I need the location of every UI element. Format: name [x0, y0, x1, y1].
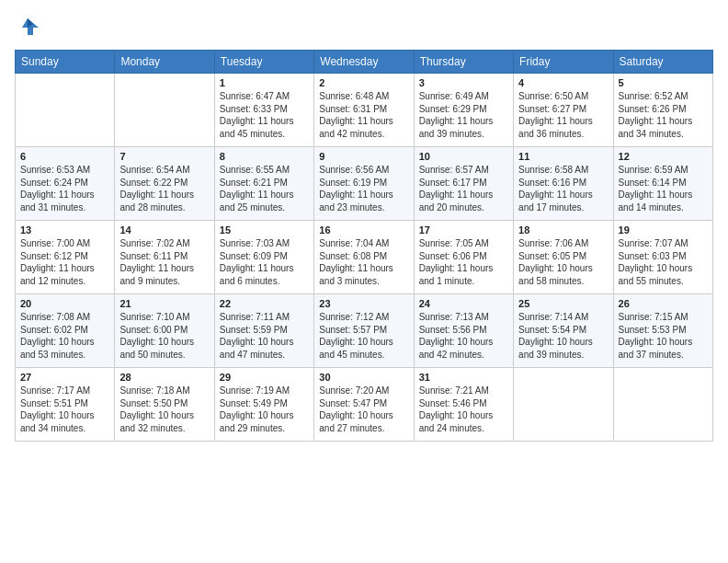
- cell-day-number: 19: [619, 224, 708, 236]
- cell-sun-info: Sunrise: 7:14 AMSunset: 5:54 PMDaylight:…: [518, 311, 608, 361]
- day-of-week-header: Sunday: [16, 51, 115, 74]
- cell-day-number: 21: [119, 298, 209, 309]
- cell-day-number: 12: [619, 151, 708, 162]
- cell-day-number: 13: [20, 224, 109, 236]
- cell-sun-info: Sunrise: 6:49 AMSunset: 6:29 PMDaylight:…: [419, 90, 508, 140]
- cell-sun-info: Sunrise: 7:12 AMSunset: 5:57 PMDaylight:…: [319, 311, 408, 361]
- calendar-cell: 26Sunrise: 7:15 AMSunset: 5:53 PMDayligh…: [613, 294, 712, 368]
- cell-day-number: 16: [319, 224, 408, 236]
- calendar-cell: 18Sunrise: 7:06 AMSunset: 6:05 PMDayligh…: [514, 221, 613, 294]
- cell-sun-info: Sunrise: 6:50 AMSunset: 6:27 PMDaylight:…: [518, 90, 608, 140]
- cell-sun-info: Sunrise: 6:53 AMSunset: 6:24 PMDaylight:…: [20, 164, 109, 213]
- calendar-cell: 1Sunrise: 6:47 AMSunset: 6:33 PMDaylight…: [214, 74, 313, 147]
- calendar-cell: 8Sunrise: 6:55 AMSunset: 6:21 PMDaylight…: [214, 147, 313, 221]
- cell-day-number: 3: [419, 77, 508, 88]
- day-of-week-header: Monday: [115, 51, 214, 74]
- cell-sun-info: Sunrise: 7:02 AMSunset: 6:11 PMDaylight:…: [119, 237, 209, 287]
- cell-day-number: 14: [119, 224, 209, 236]
- cell-day-number: 31: [419, 372, 508, 383]
- calendar-cell: 17Sunrise: 7:05 AMSunset: 6:06 PMDayligh…: [414, 221, 513, 294]
- cell-day-number: 11: [518, 151, 608, 162]
- cell-day-number: 9: [319, 151, 408, 162]
- cell-sun-info: Sunrise: 6:54 AMSunset: 6:22 PMDaylight:…: [119, 164, 209, 213]
- calendar-cell: [16, 74, 115, 147]
- cell-day-number: 7: [119, 151, 209, 162]
- cell-day-number: 23: [319, 298, 408, 309]
- calendar-cell: 16Sunrise: 7:04 AMSunset: 6:08 PMDayligh…: [314, 221, 414, 294]
- calendar-cell: 4Sunrise: 6:50 AMSunset: 6:27 PMDaylight…: [514, 74, 613, 147]
- cell-sun-info: Sunrise: 7:19 AMSunset: 5:49 PMDaylight:…: [220, 385, 309, 434]
- cell-day-number: 28: [119, 372, 209, 383]
- calendar-cell: 19Sunrise: 7:07 AMSunset: 6:03 PMDayligh…: [613, 221, 712, 294]
- calendar-cell: 6Sunrise: 6:53 AMSunset: 6:24 PMDaylight…: [16, 147, 115, 221]
- cell-sun-info: Sunrise: 7:18 AMSunset: 5:50 PMDaylight:…: [119, 385, 209, 434]
- cell-sun-info: Sunrise: 6:56 AMSunset: 6:19 PMDaylight:…: [319, 164, 408, 213]
- calendar-cell: 13Sunrise: 7:00 AMSunset: 6:12 PMDayligh…: [16, 221, 115, 294]
- cell-day-number: 17: [419, 224, 508, 236]
- cell-sun-info: Sunrise: 7:07 AMSunset: 6:03 PMDaylight:…: [619, 237, 708, 287]
- cell-sun-info: Sunrise: 7:00 AMSunset: 6:12 PMDaylight:…: [20, 237, 109, 287]
- cell-day-number: 5: [619, 77, 708, 88]
- cell-day-number: 8: [220, 151, 309, 162]
- calendar-cell: 11Sunrise: 6:58 AMSunset: 6:16 PMDayligh…: [514, 147, 613, 221]
- calendar-cell: 22Sunrise: 7:11 AMSunset: 5:59 PMDayligh…: [214, 294, 313, 368]
- cell-day-number: 10: [419, 151, 508, 162]
- cell-sun-info: Sunrise: 7:21 AMSunset: 5:46 PMDaylight:…: [419, 385, 508, 434]
- cell-day-number: 15: [220, 224, 309, 236]
- day-of-week-header: Wednesday: [314, 51, 414, 74]
- cell-sun-info: Sunrise: 6:47 AMSunset: 6:33 PMDaylight:…: [220, 90, 309, 140]
- calendar-cell: 23Sunrise: 7:12 AMSunset: 5:57 PMDayligh…: [314, 294, 414, 368]
- cell-sun-info: Sunrise: 7:10 AMSunset: 6:00 PMDaylight:…: [119, 311, 209, 361]
- calendar-week-row: 13Sunrise: 7:00 AMSunset: 6:12 PMDayligh…: [16, 221, 713, 294]
- cell-day-number: 27: [20, 372, 109, 383]
- calendar-week-row: 27Sunrise: 7:17 AMSunset: 5:51 PMDayligh…: [16, 368, 713, 442]
- calendar-header-row: SundayMondayTuesdayWednesdayThursdayFrid…: [16, 51, 713, 74]
- cell-day-number: 1: [220, 77, 309, 88]
- day-of-week-header: Tuesday: [214, 51, 313, 74]
- cell-sun-info: Sunrise: 7:06 AMSunset: 6:05 PMDaylight:…: [518, 237, 608, 287]
- calendar-week-row: 1Sunrise: 6:47 AMSunset: 6:33 PMDaylight…: [16, 74, 713, 147]
- cell-day-number: 18: [518, 224, 608, 236]
- cell-day-number: 20: [20, 298, 109, 309]
- calendar-cell: [514, 368, 613, 442]
- cell-sun-info: Sunrise: 7:04 AMSunset: 6:08 PMDaylight:…: [319, 237, 408, 287]
- cell-sun-info: Sunrise: 6:55 AMSunset: 6:21 PMDaylight:…: [220, 164, 309, 213]
- cell-sun-info: Sunrise: 7:08 AMSunset: 6:02 PMDaylight:…: [20, 311, 109, 361]
- cell-day-number: 4: [518, 77, 608, 88]
- calendar-cell: 29Sunrise: 7:19 AMSunset: 5:49 PMDayligh…: [214, 368, 313, 442]
- calendar-cell: 21Sunrise: 7:10 AMSunset: 6:00 PMDayligh…: [115, 294, 214, 368]
- calendar-cell: 20Sunrise: 7:08 AMSunset: 6:02 PMDayligh…: [16, 294, 115, 368]
- cell-sun-info: Sunrise: 7:03 AMSunset: 6:09 PMDaylight:…: [220, 237, 309, 287]
- calendar-cell: 7Sunrise: 6:54 AMSunset: 6:22 PMDaylight…: [115, 147, 214, 221]
- calendar-cell: 5Sunrise: 6:52 AMSunset: 6:26 PMDaylight…: [613, 74, 712, 147]
- calendar-cell: 12Sunrise: 6:59 AMSunset: 6:14 PMDayligh…: [613, 147, 712, 221]
- cell-sun-info: Sunrise: 6:48 AMSunset: 6:31 PMDaylight:…: [319, 90, 408, 140]
- calendar-cell: 10Sunrise: 6:57 AMSunset: 6:17 PMDayligh…: [414, 147, 513, 221]
- calendar-cell: 2Sunrise: 6:48 AMSunset: 6:31 PMDaylight…: [314, 74, 414, 147]
- cell-sun-info: Sunrise: 7:17 AMSunset: 5:51 PMDaylight:…: [20, 385, 109, 434]
- page-header: [15, 15, 713, 40]
- logo-icon: [15, 15, 40, 40]
- calendar-cell: 3Sunrise: 6:49 AMSunset: 6:29 PMDaylight…: [414, 74, 513, 147]
- cell-sun-info: Sunrise: 7:20 AMSunset: 5:47 PMDaylight:…: [319, 385, 408, 434]
- calendar-table: SundayMondayTuesdayWednesdayThursdayFrid…: [15, 50, 713, 442]
- day-of-week-header: Saturday: [613, 51, 712, 74]
- cell-day-number: 6: [20, 151, 109, 162]
- calendar-cell: 30Sunrise: 7:20 AMSunset: 5:47 PMDayligh…: [314, 368, 414, 442]
- cell-sun-info: Sunrise: 7:05 AMSunset: 6:06 PMDaylight:…: [419, 237, 508, 287]
- calendar-cell: [115, 74, 214, 147]
- calendar-cell: 14Sunrise: 7:02 AMSunset: 6:11 PMDayligh…: [115, 221, 214, 294]
- calendar-cell: 9Sunrise: 6:56 AMSunset: 6:19 PMDaylight…: [314, 147, 414, 221]
- calendar-cell: 15Sunrise: 7:03 AMSunset: 6:09 PMDayligh…: [214, 221, 313, 294]
- cell-day-number: 30: [319, 372, 408, 383]
- calendar-week-row: 20Sunrise: 7:08 AMSunset: 6:02 PMDayligh…: [16, 294, 713, 368]
- cell-sun-info: Sunrise: 6:59 AMSunset: 6:14 PMDaylight:…: [619, 164, 708, 213]
- calendar-cell: 31Sunrise: 7:21 AMSunset: 5:46 PMDayligh…: [414, 368, 513, 442]
- cell-sun-info: Sunrise: 7:15 AMSunset: 5:53 PMDaylight:…: [619, 311, 708, 361]
- calendar-cell: 28Sunrise: 7:18 AMSunset: 5:50 PMDayligh…: [115, 368, 214, 442]
- cell-sun-info: Sunrise: 7:13 AMSunset: 5:56 PMDaylight:…: [419, 311, 508, 361]
- day-of-week-header: Friday: [514, 51, 613, 74]
- cell-day-number: 22: [220, 298, 309, 309]
- cell-day-number: 29: [220, 372, 309, 383]
- calendar-cell: 24Sunrise: 7:13 AMSunset: 5:56 PMDayligh…: [414, 294, 513, 368]
